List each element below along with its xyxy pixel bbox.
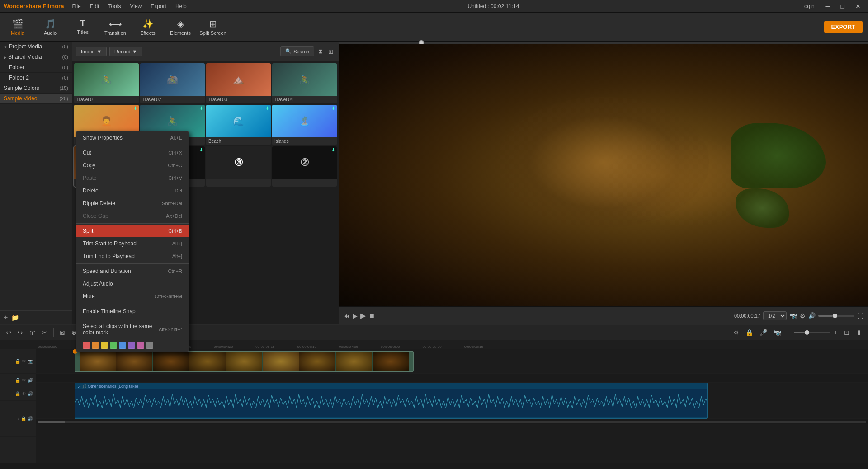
audio2-track-vol-icon[interactable]: 🔊 — [28, 391, 33, 396]
video-track-eye-icon[interactable]: 👁 — [22, 359, 26, 364]
context-menu[interactable]: Show Properties Alt+E Cut Ctrl+X Copy Ct… — [76, 131, 189, 352]
timeline-zoom-slider[interactable] — [794, 332, 830, 333]
tool-effects[interactable]: ✨ Effects — [132, 14, 164, 40]
timeline-mic-btn[interactable]: 🎤 — [757, 328, 769, 338]
media-item-countdown3[interactable]: ③ — [206, 146, 271, 187]
play-pause-btn[interactable]: ▶ — [353, 312, 358, 319]
menu-help[interactable]: Help — [173, 2, 189, 10]
media-item-travel04[interactable]: 🚴 Travel 04 — [272, 63, 337, 103]
ctx-paste[interactable]: Paste Ctrl+V — [76, 172, 189, 184]
zoom-minus-btn[interactable]: - — [785, 328, 792, 338]
ctx-mute[interactable]: Mute Ctrl+Shift+M — [76, 290, 189, 303]
timeline-scrollbar[interactable] — [36, 419, 868, 424]
audio1-track-vol-icon[interactable]: 🔊 — [28, 378, 33, 383]
ctx-trim-end[interactable]: Trim End to Playhead Alt+] — [76, 250, 189, 263]
minimize-btn[interactable]: ─ — [822, 2, 834, 11]
timeline-settings-btn[interactable]: ⚙ — [731, 328, 741, 338]
close-btn[interactable]: ✕ — [852, 2, 864, 11]
stop-btn[interactable]: ⏹ — [368, 312, 375, 319]
ctx-select-color[interactable]: Select all clips with the same color mar… — [76, 320, 189, 339]
timeline-fit-btn[interactable]: ⊡ — [842, 328, 852, 338]
media-item-travel01[interactable]: 🚴 Travel 01 — [74, 63, 139, 103]
swatch-orange[interactable] — [92, 342, 99, 349]
timeline-camera-btn[interactable]: 📷 — [771, 328, 783, 338]
menu-edit[interactable]: Edit — [87, 2, 102, 10]
volume-slider[interactable] — [818, 315, 854, 317]
media-item-travel02[interactable]: 🚵 Travel 02 — [140, 63, 205, 103]
grid-view-button[interactable]: ⊞ — [327, 47, 335, 56]
audio2-track-eye-icon[interactable]: 👁 — [22, 391, 26, 396]
zoom-plus-btn[interactable]: + — [832, 328, 840, 338]
record-button[interactable]: Record ▼ — [109, 47, 142, 56]
ctx-split[interactable]: Split Ctrl+B — [76, 225, 189, 237]
audio3-track-vol-icon[interactable]: 🔊 — [28, 416, 33, 421]
add-media-icon[interactable]: + — [4, 314, 8, 322]
menu-view[interactable]: View — [127, 2, 144, 10]
ctx-delete[interactable]: Delete Del — [76, 184, 189, 197]
media-item-islands[interactable]: 🏝️ ⬇ Islands — [272, 105, 337, 145]
sidebar-item-sample-colors[interactable]: Sample Colors (15) — [0, 83, 72, 94]
tool-media[interactable]: 🎬 Media — [2, 14, 33, 40]
filter-button[interactable]: ⧗ — [317, 46, 324, 56]
swatch-red[interactable] — [83, 342, 90, 349]
media-item-countdown2[interactable]: ② ⬇ — [272, 146, 337, 187]
video-clip-1[interactable] — [75, 351, 414, 372]
split-btn[interactable]: ✂ — [40, 328, 50, 338]
ctx-copy[interactable]: Copy Ctrl+C — [76, 159, 189, 172]
sidebar-item-sample-video[interactable]: Sample Video (20) — [0, 94, 72, 104]
ctx-trim-start[interactable]: Trim Start to Playhead Alt+[ — [76, 237, 189, 250]
sidebar-item-folder[interactable]: Folder (0) — [0, 62, 72, 73]
ctx-ripple-delete[interactable]: Ripple Delete Shift+Del — [76, 197, 189, 210]
play-btn[interactable]: ▶ — [360, 311, 366, 320]
search-button[interactable]: 🔍 Search — [280, 46, 314, 56]
sidebar-item-project-media[interactable]: Project Media (0) — [0, 42, 72, 52]
swatch-gray[interactable] — [146, 342, 153, 349]
tool-splitscreen[interactable]: ⊞ Split Screen — [197, 14, 229, 40]
tool-titles[interactable]: T Titles — [67, 14, 99, 40]
ctx-adjust-audio[interactable]: Adjust Audio — [76, 277, 189, 290]
import-button[interactable]: Import ▼ — [76, 47, 107, 56]
video-track-lock-icon[interactable]: 🔒 — [15, 359, 20, 364]
undo-btn[interactable]: ↩ — [4, 328, 14, 338]
tool-elements[interactable]: ◈ Elements — [165, 14, 196, 40]
ctx-trim-start-label: Trim Start to Playhead — [83, 240, 137, 247]
audio1-track-lock-icon[interactable]: 🔒 — [15, 378, 20, 383]
maximize-btn[interactable]: □ — [837, 2, 848, 11]
ctx-cut[interactable]: Cut Ctrl+X — [76, 146, 189, 159]
swatch-pink[interactable] — [137, 342, 144, 349]
timeline-pause-btn[interactable]: ⏸ — [854, 328, 864, 338]
tool-transition[interactable]: ⟷ Transition — [99, 14, 131, 40]
swatch-purple[interactable] — [128, 342, 135, 349]
preview-settings-btn[interactable]: ⚙ — [800, 312, 806, 319]
fullscreen-btn[interactable]: ⛶ — [857, 312, 863, 319]
snap-btn[interactable]: ⊠ — [57, 328, 67, 338]
sidebar-item-shared-media[interactable]: Shared Media (0) — [0, 52, 72, 62]
video-track-camera-icon[interactable]: 📷 — [28, 359, 33, 364]
timeline-lock-btn[interactable]: 🔒 — [743, 328, 755, 338]
audio1-track-eye-icon[interactable]: 👁 — [22, 378, 26, 383]
add-folder-icon[interactable]: 📁 — [11, 314, 19, 321]
tool-audio[interactable]: 🎵 Audio — [34, 14, 66, 40]
prev-frame-btn[interactable]: ⏮ — [344, 312, 350, 319]
menu-file[interactable]: File — [69, 2, 83, 10]
ctx-show-properties[interactable]: Show Properties Alt+E — [76, 131, 189, 144]
media-item-travel03[interactable]: 🏔️ Travel 03 — [206, 63, 271, 103]
login-btn[interactable]: Login — [797, 2, 818, 10]
redo-btn[interactable]: ↪ — [15, 328, 25, 338]
audio2-track-lock-icon[interactable]: 🔒 — [15, 391, 20, 396]
sidebar-item-folder2[interactable]: Folder 2 (0) — [0, 73, 72, 83]
delete-btn[interactable]: 🗑 — [27, 328, 38, 338]
ratio-select[interactable]: 1/2Full1/4 — [763, 311, 787, 320]
audio3-track-lock-icon[interactable]: 🔒 — [21, 416, 26, 421]
ctx-speed-duration[interactable]: Speed and Duration Ctrl+R — [76, 265, 189, 277]
swatch-blue[interactable] — [119, 342, 126, 349]
ctx-close-gap[interactable]: Close Gap Alt+Del — [76, 210, 189, 222]
ctx-enable-snap[interactable]: Enable Timeline Snap — [76, 305, 189, 318]
swatch-green[interactable] — [110, 342, 117, 349]
menu-export[interactable]: Export — [148, 2, 169, 10]
export-button[interactable]: EXPORT — [824, 21, 863, 33]
media-item-beach[interactable]: 🌊 ⬇ Beach — [206, 105, 271, 145]
menu-tools[interactable]: Tools — [105, 2, 123, 10]
swatch-yellow[interactable] — [101, 342, 108, 349]
preview-screenshot-btn[interactable]: 📷 — [789, 312, 797, 319]
